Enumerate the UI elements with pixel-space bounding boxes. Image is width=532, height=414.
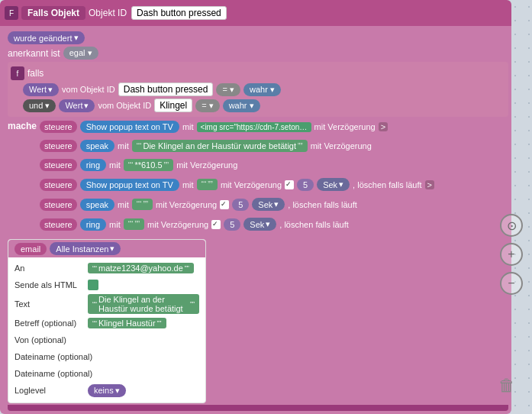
- email-header: email Alle Instanzen ▾: [8, 240, 205, 257]
- delay3-checkbox[interactable]: [285, 180, 294, 189]
- overflow0: >: [379, 122, 388, 131]
- loeschen3-label: , löschen falls läuft: [353, 180, 422, 189]
- mache-label: mache: [8, 118, 37, 131]
- right-icons-container: ⊙ + −: [500, 214, 523, 295]
- num5-pill[interactable]: 5: [224, 218, 240, 231]
- bottom-bar: [8, 405, 508, 411]
- sek5-pill[interactable]: Sek ▾: [243, 218, 276, 231]
- loglevel-label: Loglevel: [15, 386, 83, 395]
- ring-string-block: **610.5: [124, 159, 173, 171]
- eq2-pill[interactable]: = ▾: [195, 99, 220, 112]
- action1-pill[interactable]: speak: [80, 140, 114, 152]
- datei1-label: Dateiname (optional): [15, 352, 92, 361]
- condition1-row: Wert ▾ vom Objekt ID Dash button pressed…: [11, 82, 505, 96]
- mit0-label: mit: [182, 122, 194, 131]
- falls-icon: f: [11, 66, 24, 80]
- action2-pill[interactable]: ring: [80, 159, 106, 171]
- verz0-label: mit Verzögerung: [314, 122, 376, 131]
- falls-objekt-icon: F: [5, 6, 18, 20]
- email-text-row: Text Die Klingel an der Haustür wurde be…: [15, 294, 199, 314]
- main-automation-block: F Falls Objekt Objekt ID Dash button pre…: [0, 0, 511, 414]
- email-datei2-row: Dateiname (optional): [15, 366, 199, 381]
- email-section: email Alle Instanzen ▾ An matze1234@yaho…: [8, 236, 508, 403]
- action3-pill[interactable]: Show popup text on TV: [80, 179, 179, 191]
- an-value: matze1234@yahoo.de: [88, 263, 194, 273]
- egal-pill[interactable]: egal ▾: [63, 47, 98, 60]
- acknowledged-label: anerkannt ist: [8, 48, 60, 59]
- an-label: An: [15, 264, 83, 273]
- und-pill[interactable]: und ▾: [23, 99, 56, 112]
- steuere3-pill[interactable]: steuere: [40, 179, 77, 191]
- datei2-label: Dateiname (optional): [15, 369, 92, 378]
- sek4-pill[interactable]: Sek ▾: [252, 198, 285, 211]
- vom-obj-id-label1: vom Objekt ID: [62, 85, 115, 94]
- mit3-label: mit: [182, 180, 194, 189]
- str5-block: [124, 218, 144, 230]
- steuere4-pill[interactable]: steuere: [40, 199, 77, 211]
- wert2-pill[interactable]: Wert ▾: [59, 99, 95, 112]
- action5-pill[interactable]: ring: [80, 218, 106, 231]
- text-value: Die Klingel an der Haustür wurde betätig…: [88, 294, 199, 314]
- steuere5-pill[interactable]: steuere: [40, 218, 77, 231]
- overflow3: >: [425, 180, 434, 189]
- verz2-label: mit Verzögerung: [176, 160, 237, 170]
- instanzen-pill[interactable]: Alle Instanzen ▾: [50, 242, 121, 255]
- objekt-id-input[interactable]: Dash button pressed: [131, 6, 227, 20]
- verz4-label: mit Verzögerung: [156, 200, 217, 209]
- condition1-obj-input[interactable]: Dash button pressed: [118, 82, 214, 96]
- condition2-obj-input[interactable]: Klingel: [154, 99, 192, 112]
- target-icon[interactable]: ⊙: [500, 214, 523, 237]
- minus-icon[interactable]: −: [500, 272, 523, 295]
- sende-checkbox[interactable]: [88, 280, 98, 290]
- email-pill[interactable]: email: [15, 243, 47, 255]
- changed-pill[interactable]: wurde geändert ▾: [8, 31, 85, 44]
- plus-icon[interactable]: +: [500, 243, 523, 266]
- email-sende-row: Sende als HTML: [15, 277, 199, 293]
- email-an-row: An matze1234@yahoo.de: [15, 260, 199, 276]
- steuere-row-1: steuere speak mit Die Klingel an der Hau…: [40, 140, 508, 152]
- email-loglevel-row: Loglevel keins ▾: [15, 383, 199, 398]
- steuere0-pill[interactable]: steuere: [40, 121, 77, 133]
- email-datei1-row: Dateiname (optional): [15, 349, 199, 364]
- steuere-row-4: steuere speak mit mit Verzögerung 5 Sek …: [40, 198, 508, 211]
- vom-obj-id-label2: vom Objekt ID: [98, 101, 151, 110]
- falls-row: f falls: [11, 66, 505, 80]
- steuere2-pill[interactable]: steuere: [40, 159, 77, 171]
- loglevel-pill[interactable]: keins ▾: [88, 384, 126, 397]
- action4-pill[interactable]: speak: [80, 199, 114, 211]
- loeschen4-label: , löschen falls läuft: [288, 200, 357, 209]
- str4-block: [132, 199, 153, 210]
- action0-pill[interactable]: Show popup text on TV: [80, 121, 179, 133]
- email-von-row: Von (optional): [15, 332, 199, 348]
- wert1-pill[interactable]: Wert ▾: [23, 83, 59, 96]
- verz3-label: mit Verzögerung: [221, 180, 282, 189]
- num3-pill[interactable]: 5: [297, 179, 314, 191]
- von-label: Von (optional): [15, 335, 83, 344]
- sende-label: Sende als HTML: [15, 280, 83, 289]
- num4-pill[interactable]: 5: [232, 199, 249, 211]
- trash-icon[interactable]: 🗑: [494, 373, 520, 399]
- falls-subblock: f falls Wert ▾ vom Objekt ID Dash button…: [8, 62, 508, 117]
- mache-section: mache steuere Show popup text on TV mit …: [8, 118, 508, 233]
- eq1-pill[interactable]: = ▾: [216, 83, 240, 96]
- changed-row: wurde geändert ▾: [8, 31, 508, 44]
- true1-pill[interactable]: wahr ▾: [243, 83, 281, 96]
- delay4-checkbox[interactable]: [220, 200, 229, 209]
- mache-rows: steuere Show popup text on TV mit <img s…: [40, 118, 508, 233]
- delay5-checkbox[interactable]: [211, 220, 221, 229]
- true2-pill[interactable]: wahr ▾: [223, 99, 260, 112]
- mit5-label: mit: [109, 220, 121, 229]
- verz1-label: mit Verzögerung: [311, 141, 372, 150]
- verz5-label: mit Verzögerung: [147, 220, 208, 229]
- block-name-label: Falls Objekt: [21, 6, 85, 20]
- steuere-row-2: steuere ring mit **610.5 mit Verzögerung: [40, 159, 508, 171]
- subrows-container: wurde geändert ▾ anerkannt ist egal ▾ f …: [0, 26, 511, 414]
- falls-label: falls: [27, 68, 44, 79]
- header-row: F Falls Objekt Objekt ID Dash button pre…: [0, 0, 511, 26]
- steuere-row-5: steuere ring mit mit Verzögerung 5 Sek ▾…: [40, 218, 508, 231]
- str3-block: [197, 179, 218, 190]
- mit2-label: mit: [109, 160, 121, 170]
- acknowledged-row: anerkannt ist egal ▾: [8, 47, 508, 60]
- steuere1-pill[interactable]: steuere: [40, 140, 77, 152]
- sek3-pill[interactable]: Sek ▾: [317, 178, 350, 191]
